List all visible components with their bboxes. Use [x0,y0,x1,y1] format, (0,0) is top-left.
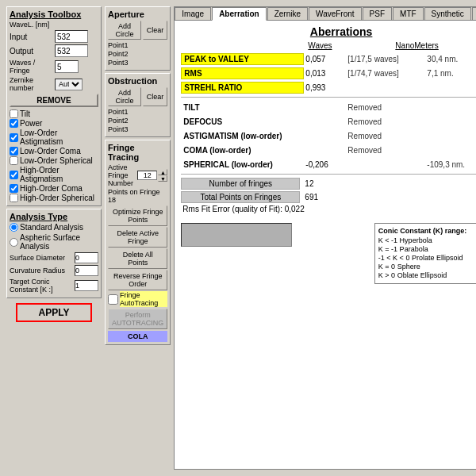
rms-row: RMS 0,013 [1/74,7 waves] 7,1 nm. [181,67,476,79]
input-label: Input [10,33,53,41]
obstruction-point1: Point1 [108,108,167,116]
main-window: Analysis Toolbox WaveL. [nm] Input Outpu… [0,0,476,476]
tab-notes[interactable]: Notes [472,7,476,20]
conic-box: Conic Constant (K) range: K < -1 Hyperbo… [374,223,476,284]
aperture-point2: Point2 [108,50,167,58]
autotracing-label: Fringe AutoTracing [120,291,167,307]
tilt-row: TILT Removed [181,101,476,113]
num-fringes-label: Number of fringes [181,178,300,190]
reverse-fringe-btn[interactable]: Reverse Fringe Order [108,270,167,290]
waves-col-header: Waves [308,41,395,50]
input-field[interactable] [55,30,88,43]
conic-row-1: K = -1 Parabola [378,245,476,253]
surface-diameter-field[interactable] [75,252,98,263]
delete-all-points-btn[interactable]: Delete All Points [108,248,167,269]
obstruction-add-circle-button[interactable]: Add Circle [108,87,141,106]
output-label: Output [10,47,53,56]
obstruction-btn-row: Add Circle Clear [108,87,167,106]
tab-wavefront[interactable]: WaveFront [309,7,362,20]
active-fringe-up[interactable]: ▲ [158,169,167,175]
obstruction-section: Obstruction Add Circle Clear Point1 Poin… [105,73,171,137]
aperture-clear-button[interactable]: Clear [143,21,168,40]
ho-coma-label: High-Order Coma [20,184,83,193]
aspheric-label: Aspheric Surface Analysis [20,233,98,251]
tab-aberration[interactable]: Aberration [212,7,267,21]
wavelength-header-row: WaveL. [nm] [10,21,98,29]
checkbox-tilt: Tilt [10,109,98,118]
divider1 [181,97,476,98]
tab-synthetic[interactable]: Synthetic [424,7,471,20]
power-label: Power [20,119,42,128]
ptv-row: PEAK to VALLEY 0,057 [1/17,5 waves] 30,4… [181,52,476,65]
lo-coma-checkbox[interactable] [10,147,18,155]
spher-nm: -109,3 nm. [427,160,465,169]
tilt-checkbox[interactable] [10,109,18,118]
analysis-type-section: Analysis Type Standard Analysis Aspheric… [6,209,102,298]
standard-radio-row: Standard Analysis [10,223,98,232]
obstruction-point2: Point2 [108,117,167,125]
ho-coma-checkbox[interactable] [10,184,18,193]
input-row: Input [10,30,98,43]
strehl-row: STREHL RATIO 0,993 [181,81,476,94]
fringe-points-label: Points on Fringe [108,188,160,196]
curvature-radius-field[interactable] [75,265,98,276]
tab-mtf[interactable]: MTF [393,7,424,20]
active-fringe-value: 12 [137,171,157,180]
target-conic-field[interactable] [75,280,98,291]
aperture-add-circle-button[interactable]: Add Circle [108,21,141,40]
lo-spher-checkbox[interactable] [10,156,18,165]
ptv-value: 0,057 [304,55,347,63]
rms-waves: [1/74,7 waves] [347,69,427,78]
num-fringes-row: Number of fringes 12 [181,178,476,190]
total-points-label: Total Points on Fringes [181,191,300,203]
rms-fit-row: Rms Fit Error (quality of Fit): 0,022 [181,205,476,213]
aperture-section: Aperture Add Circle Clear Point1 Point2 … [105,6,171,71]
obstruction-clear-button[interactable]: Clear [143,87,168,106]
fringe-tracing-section: Fringe Tracing Active Fringe Number 12 ▲… [105,140,171,345]
ho-spher-label: High-Order Spherical [20,194,94,202]
tab-psf[interactable]: PSF [363,7,392,20]
zernike-select[interactable]: Auto [55,79,83,90]
checkbox-lo-coma: Low-Order Coma [10,147,98,155]
ptv-label: PEAK to VALLEY [181,53,304,65]
aspheric-radio[interactable] [10,238,18,247]
checkbox-lo-spher: Low-Order Spherical [10,156,98,165]
checkboxes-group: Tilt Power Low-Order Astigmatism Low-Ord… [10,109,98,202]
active-fringe-down[interactable]: ▼ [158,175,167,182]
tab-image[interactable]: Image [175,7,211,20]
conic-row-2: -1 < K < 0 Prolate Ellipsoid [378,254,476,262]
rms-value: 0,013 [304,69,347,78]
checkbox-ho-astig: High-Order Astigmatism [10,166,98,183]
fringe-points-row: Points on Fringe 18 [108,188,167,204]
ho-spher-checkbox[interactable] [10,194,18,202]
target-conic-row: Target Conic Constant [K :] [10,278,98,294]
optimize-fringe-btn[interactable]: Optimize Fringe Points [108,205,167,226]
lo-astig-checkbox[interactable] [10,133,18,142]
output-field[interactable] [55,44,88,57]
autotracing-checkbox[interactable] [108,294,118,305]
aperture-btn-row: Add Circle Clear [108,21,167,40]
defocus-label: DEFOCUS [181,116,304,128]
tab-zernike[interactable]: Zernike [267,7,308,20]
remove-button[interactable]: REMOVE [10,94,98,107]
autotracing-row: Fringe AutoTracing [108,291,167,307]
conic-title: Conic Constant (K) range: [378,227,476,235]
checkbox-lo-astig: Low-Order Astigmatism [10,129,98,146]
nm-col-header: NanoMeters [395,41,438,50]
ho-astig-checkbox[interactable] [10,171,18,179]
astig-removed: Removed [347,132,382,140]
strehl-label: STREHL RATIO [181,82,304,94]
astig-label: ASTIGMATISM (low-order) [181,130,304,142]
delete-active-fringe-btn[interactable]: Delete Active Fringe [108,227,167,248]
divider2 [181,174,476,175]
wavelength-col-header: WaveL. [nm] [10,21,53,29]
apply-button[interactable]: APPLY [16,303,92,322]
defocus-row: DEFOCUS Removed [181,115,476,128]
checkbox-power: Power [10,119,98,128]
perform-autotracing-btn: Perform AUTOTRACING [108,309,167,329]
standard-radio[interactable] [10,223,18,232]
spher-value: -0,206 [304,160,347,169]
power-checkbox[interactable] [10,119,18,128]
waves-field[interactable] [55,60,79,73]
aspheric-radio-row: Aspheric Surface Analysis [10,233,98,251]
